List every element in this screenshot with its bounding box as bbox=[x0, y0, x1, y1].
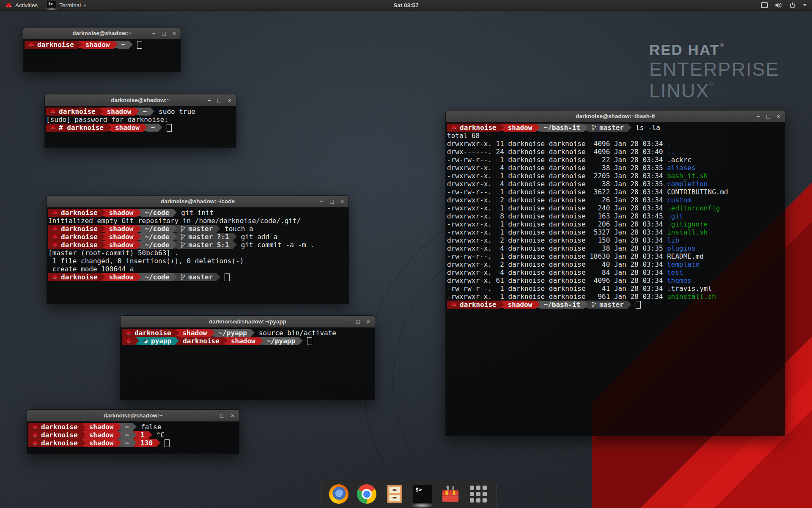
dock-item-chrome[interactable] bbox=[357, 484, 377, 504]
power-icon[interactable] bbox=[789, 2, 796, 8]
prompt-segment-path: ~/pyapp bbox=[215, 329, 251, 337]
close-button[interactable]: × bbox=[231, 413, 234, 419]
powerline-separator bbox=[133, 431, 137, 439]
dock-item-toolbox[interactable] bbox=[440, 484, 461, 504]
activities-button[interactable]: Activities bbox=[0, 0, 43, 10]
powerline-separator bbox=[251, 329, 255, 337]
segment-text: darknoise bbox=[61, 233, 98, 241]
powerline-separator bbox=[151, 108, 154, 115]
maximize-button[interactable]: □ bbox=[220, 413, 224, 419]
minimize-button[interactable]: − bbox=[152, 30, 155, 36]
segment-text: darknoise bbox=[59, 108, 96, 116]
close-button[interactable]: × bbox=[367, 319, 370, 325]
close-button[interactable]: × bbox=[173, 30, 176, 36]
titlebar[interactable]: darknoise@shadow:~ − □ × bbox=[23, 28, 181, 39]
maximize-button[interactable]: □ bbox=[766, 113, 770, 119]
prompt-segment-path: ~ bbox=[118, 41, 129, 49]
titlebar[interactable]: darknoise@shadow:~ − □ × bbox=[45, 94, 236, 106]
powerline-separator bbox=[173, 225, 177, 232]
command-text: ls -la bbox=[631, 124, 660, 132]
prompt-segment-user: darknoise bbox=[48, 209, 102, 217]
activities-label: Activities bbox=[15, 2, 38, 8]
command-text: git commit -a -m . bbox=[237, 241, 314, 249]
prompt-line: pyappdarknoiseshadow~/pyapp bbox=[122, 337, 375, 345]
close-button[interactable]: × bbox=[777, 113, 780, 119]
dock-item-files[interactable] bbox=[384, 484, 405, 504]
file-list-row: -rwxrwxr-x. 1 darknoise darknoise 961 Ja… bbox=[447, 293, 785, 301]
clock[interactable]: Sat 03:57 bbox=[393, 2, 418, 8]
terminal-content[interactable]: darknoiseshadow~sudo true[sudo] password… bbox=[45, 106, 236, 147]
command-text: false bbox=[137, 423, 161, 431]
terminal-cursor bbox=[636, 301, 641, 309]
file-list-row: drwxrwxr-x. 2 darknoise darknoise 40 Jan… bbox=[447, 260, 785, 268]
redhat-icon bbox=[28, 42, 34, 47]
output-line: total 68 bbox=[447, 132, 785, 140]
minimize-button[interactable]: − bbox=[756, 113, 760, 119]
terminal-cursor bbox=[165, 439, 170, 447]
prompt-segment-path: ~ bbox=[121, 431, 133, 439]
maximize-button[interactable]: □ bbox=[162, 30, 165, 36]
powerline-separator bbox=[107, 124, 111, 131]
terminal-content[interactable]: darknoiseshadow~falsedarknoiseshadow~1^C… bbox=[27, 422, 239, 453]
prompt-segment-user: darknoise bbox=[48, 233, 102, 241]
minimize-button[interactable]: − bbox=[320, 199, 323, 204]
terminal-content[interactable]: darknoiseshadow~/bash-itmasterls -latota… bbox=[446, 122, 785, 436]
prompt-segment-host: shadow bbox=[105, 225, 137, 233]
terminal-content[interactable]: darknoiseshadow~ bbox=[23, 39, 181, 72]
segment-text: darknoise bbox=[460, 124, 497, 132]
prompt-segment-path: ~ bbox=[121, 423, 133, 431]
command-text: source bin/activate bbox=[255, 329, 336, 337]
prompt-segment-user: darknoise bbox=[48, 241, 102, 249]
prompt-segment-path: ~/code bbox=[141, 209, 173, 217]
close-button[interactable]: × bbox=[340, 199, 344, 204]
maximize-button[interactable]: □ bbox=[217, 97, 221, 103]
segment-text: darknoise bbox=[61, 225, 98, 233]
volume-icon[interactable] bbox=[775, 2, 782, 8]
top-bar: Activities $> Terminal ▾ Sat 03:57 bbox=[0, 0, 812, 11]
dock-item-firefox[interactable] bbox=[329, 484, 349, 504]
minimize-button[interactable]: − bbox=[210, 413, 214, 419]
prompt-segment-host: shadow bbox=[105, 209, 137, 217]
command-text: touch a bbox=[220, 225, 253, 233]
segment-text: ~/bash-it bbox=[544, 301, 581, 309]
dock-item-app-grid[interactable] bbox=[468, 484, 488, 504]
titlebar[interactable]: darknoise@shadow:~/code − □ × bbox=[47, 196, 348, 207]
file-attributes: drwx------. 24 darknoise darknoise 4096 … bbox=[447, 148, 667, 156]
segment-text: shadow bbox=[115, 124, 140, 132]
minimize-button[interactable]: − bbox=[346, 319, 349, 325]
file-name: .. bbox=[667, 148, 675, 156]
segment-text: ~ bbox=[125, 439, 129, 447]
dock-item-terminal[interactable]: $> bbox=[412, 484, 433, 504]
titlebar[interactable]: darknoise@shadow:~ − □ × bbox=[27, 410, 239, 422]
app-menu-terminal[interactable]: $> Terminal ▾ bbox=[43, 0, 90, 10]
prompt-segment-git: master bbox=[177, 273, 217, 281]
chevron-down-icon[interactable] bbox=[803, 4, 807, 6]
segment-text: darknoise bbox=[460, 301, 497, 309]
chevron-down-icon: ▾ bbox=[84, 3, 86, 8]
maximize-button[interactable]: □ bbox=[356, 319, 359, 325]
desktop: RED HAT® ENTERPRISE LINUX® Activities $>… bbox=[0, 0, 812, 508]
git-branch-icon bbox=[592, 301, 596, 308]
segment-text: shadow bbox=[508, 124, 532, 132]
powerline-separator bbox=[135, 108, 139, 115]
terminal-content[interactable]: darknoiseshadow~/codegit initInitialized… bbox=[47, 207, 348, 304]
titlebar[interactable]: darknoise@shadow:~/bash-it − □ × bbox=[446, 110, 785, 122]
file-list-row: -rwxrwxr-x. 1 darknoise darknoise 240 Ja… bbox=[447, 204, 785, 212]
display-icon[interactable] bbox=[761, 2, 768, 8]
window-title: darknoise@shadow:~/code bbox=[161, 198, 235, 204]
minimize-button[interactable]: − bbox=[207, 97, 211, 103]
segment-text: ~/pyapp bbox=[267, 337, 295, 345]
dock: $> bbox=[321, 480, 497, 508]
terminal-content[interactable]: darknoiseshadow~/pyappsource bin/activat… bbox=[121, 328, 375, 400]
powerline-separator bbox=[156, 439, 160, 447]
file-name: lib bbox=[667, 236, 679, 244]
maximize-button[interactable]: □ bbox=[330, 199, 333, 204]
close-button[interactable]: × bbox=[228, 97, 231, 103]
prompt-line: darknoiseshadow~/codemaster S:1git commi… bbox=[48, 241, 348, 249]
prompt-line: darknoiseshadow~/codemastertouch a bbox=[48, 225, 348, 233]
prompt-line: darknoiseshadow~sudo true bbox=[46, 108, 236, 116]
powerline-separator bbox=[173, 233, 177, 240]
titlebar[interactable]: darknoise@shadow:~/pyapp − □ × bbox=[121, 316, 375, 328]
file-attributes: -rwxrwxr-x. 1 darknoise darknoise 240 Ja… bbox=[447, 204, 667, 212]
powerline-separator bbox=[78, 41, 82, 48]
